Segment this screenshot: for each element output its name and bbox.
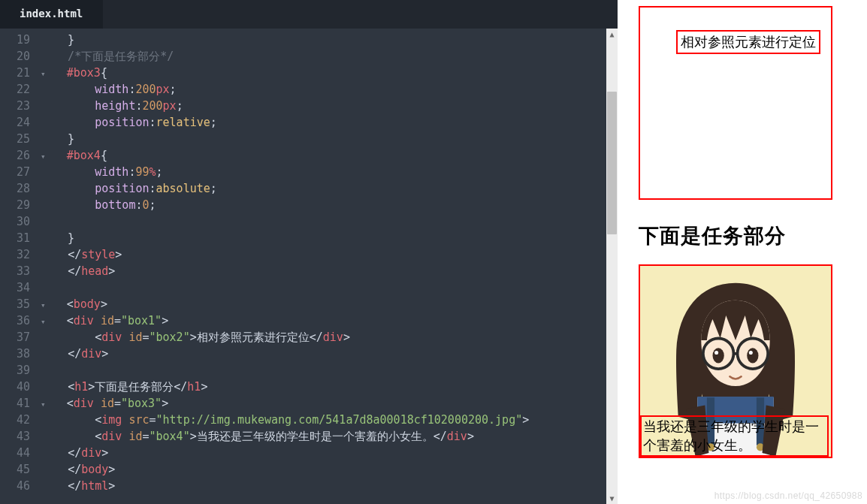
line-number: 19 [0, 32, 30, 48]
line-number: 27 [0, 164, 30, 180]
code-editor: index.html 19202122232425262728293031323… [0, 0, 618, 504]
line-number: 46 [0, 478, 30, 494]
line-number: 39 [0, 362, 30, 379]
scroll-up-arrow[interactable]: ▲ [606, 29, 618, 40]
code-line[interactable]: ▾ #box3{ [41, 65, 618, 81]
code-line[interactable]: <div id="box2">相对参照元素进行定位</div> [41, 329, 618, 346]
line-number: 25 [0, 131, 30, 147]
code-line[interactable] [41, 279, 618, 296]
line-number: 41 [0, 395, 30, 412]
code-line[interactable]: ▾ #box4{ [41, 147, 618, 164]
line-number: 37 [0, 329, 30, 346]
line-number: 24 [0, 114, 30, 131]
code-line[interactable]: height:200px; [41, 98, 618, 114]
line-number: 43 [0, 428, 30, 445]
code-area[interactable]: 1920212223242526272829303132333435363738… [0, 29, 618, 504]
tab-bar: index.html [0, 0, 618, 29]
watermark: https://blog.csdn.net/qq_42650988 [714, 490, 862, 501]
code-line[interactable]: width:200px; [41, 81, 618, 98]
code-line[interactable]: </head> [41, 263, 618, 279]
box3: 当我还是三年级的学生时是一个害羞的小女生。 [639, 264, 832, 458]
line-number: 40 [0, 379, 30, 395]
code-line[interactable]: /*下面是任务部分*/ [41, 48, 618, 65]
line-number: 36 [0, 312, 30, 329]
line-number: 26 [0, 147, 30, 164]
code-line[interactable]: position:absolute; [41, 180, 618, 197]
code-line[interactable]: ▾ <div id="box1"> [41, 312, 618, 329]
line-number-gutter: 1920212223242526272829303132333435363738… [0, 29, 35, 504]
svg-point-7 [749, 351, 753, 355]
code-line[interactable]: </div> [41, 346, 618, 362]
line-number: 30 [0, 213, 30, 230]
code-line[interactable]: ▾ <div id="box3"> [41, 395, 618, 412]
line-number: 44 [0, 445, 30, 461]
line-number: 42 [0, 412, 30, 428]
line-number: 29 [0, 197, 30, 213]
box2: 相对参照元素进行定位 [676, 30, 820, 54]
tab-index-html[interactable]: index.html [0, 0, 103, 29]
code-line[interactable] [41, 213, 618, 230]
code-line[interactable]: } [41, 230, 618, 246]
vertical-scrollbar[interactable]: ▲ ▼ [606, 29, 618, 504]
browser-preview: 相对参照元素进行定位 下面是任务部分 当我还是三年级的学生时是一个害羞的小女 [618, 0, 867, 504]
code-line[interactable]: <img src="http://img.mukewang.com/541a7d… [41, 412, 618, 428]
code-line[interactable]: </style> [41, 246, 618, 263]
line-number: 20 [0, 48, 30, 65]
box4: 当我还是三年级的学生时是一个害羞的小女生。 [640, 415, 829, 457]
scrollbar-thumb[interactable] [607, 92, 617, 234]
line-number: 38 [0, 346, 30, 362]
code-line[interactable]: ▾ <body> [41, 296, 618, 312]
code-content[interactable]: } /*下面是任务部分*/▾ #box3{ width:200px; heigh… [35, 29, 618, 504]
code-line[interactable] [41, 362, 618, 379]
svg-point-6 [714, 351, 718, 355]
code-line[interactable]: width:99%; [41, 164, 618, 180]
line-number: 34 [0, 279, 30, 296]
line-number: 22 [0, 81, 30, 98]
scroll-down-arrow[interactable]: ▼ [606, 493, 618, 504]
box1: 相对参照元素进行定位 [639, 6, 832, 200]
code-line[interactable]: <h1>下面是任务部分</h1> [41, 379, 618, 395]
line-number: 33 [0, 263, 30, 279]
task-heading: 下面是任务部分 [639, 222, 856, 249]
code-line[interactable]: } [41, 131, 618, 147]
line-number: 21 [0, 65, 30, 81]
line-number: 35 [0, 296, 30, 312]
line-number: 23 [0, 98, 30, 114]
svg-point-5 [747, 348, 758, 363]
code-line[interactable]: </div> [41, 445, 618, 461]
code-line[interactable]: </body> [41, 461, 618, 478]
code-line[interactable]: </html> [41, 478, 618, 494]
line-number: 45 [0, 461, 30, 478]
code-line[interactable]: bottom:0; [41, 197, 618, 213]
code-line[interactable]: } [41, 32, 618, 48]
line-number: 31 [0, 230, 30, 246]
line-number: 28 [0, 180, 30, 197]
code-line[interactable]: position:relative; [41, 114, 618, 131]
code-line[interactable]: <div id="box4">当我还是三年级的学生时是一个害羞的小女生。</di… [41, 428, 618, 445]
line-number: 32 [0, 246, 30, 263]
svg-point-4 [713, 348, 724, 363]
